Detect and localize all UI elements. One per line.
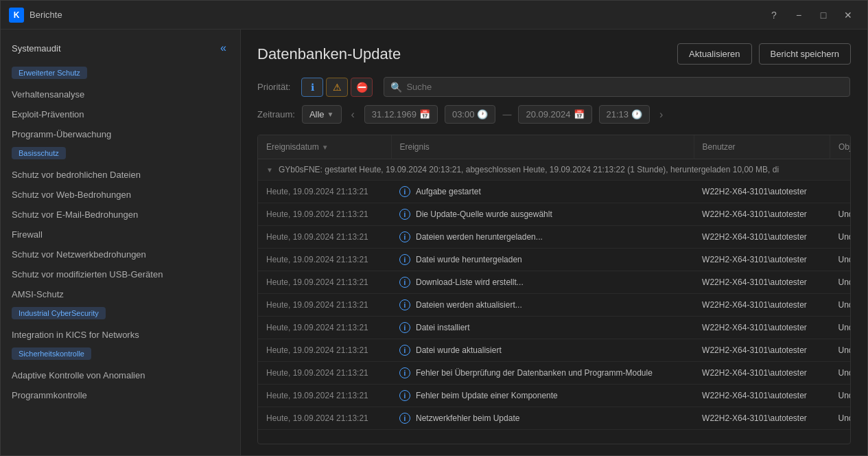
sidebar-item-verhaltensanalyse[interactable]: Verhaltensanalyse [1, 84, 240, 104]
maximize-button[interactable]: □ [812, 5, 834, 25]
cell-date-5: Heute, 19.09.2024 21:13:21 [258, 294, 391, 317]
table-row[interactable]: Heute, 19.09.2024 21:13:21 i Datei wurde… [258, 339, 850, 362]
main-layout: Systemaudit « Erweiterter Schutz Verhalt… [1, 30, 867, 455]
close-button[interactable]: ✕ [837, 5, 859, 25]
col-ereignisdatum[interactable]: Ereignisdatum ▼ [258, 135, 391, 159]
clock-icon-to: 🕐 [631, 109, 642, 119]
table-row[interactable]: Heute, 19.09.2024 21:13:21 i Datei insta… [258, 317, 850, 339]
cell-object-3: Uno1c [830, 249, 850, 271]
event-text-4: Download-Liste wird erstellt... [416, 277, 524, 287]
sidebar-item-netzwerkbedrohungen[interactable]: Schutz vor Netzwerkbedrohungen [1, 244, 240, 264]
zeitraum-label: Zeitraum: [257, 109, 295, 119]
table-row[interactable]: Heute, 19.09.2024 21:13:21 i Datei wurde… [258, 249, 850, 271]
cell-object-6: Uno1c [830, 317, 850, 339]
event-text-8: Fehler bei Überprüfung der Datenbanken u… [416, 368, 653, 378]
calendar-icon: 📅 [419, 109, 430, 119]
table-row[interactable]: Heute, 19.09.2024 21:13:21 i Netzwerkfeh… [258, 407, 850, 430]
cell-user-7: W22H2-X64-3101\autotester [694, 339, 830, 362]
header-buttons: Aktualisieren Bericht speichern [677, 43, 851, 65]
sidebar-item-programmkontrolle[interactable]: Programmkontrolle [1, 385, 240, 405]
badge-sicherheitskontrolle: Sicherheitskontrolle [12, 347, 91, 360]
date-to-field[interactable]: 20.09.2024 📅 [518, 105, 591, 124]
cell-object-4: Uno1c [830, 271, 850, 294]
event-text-6: Datei installiert [416, 323, 470, 332]
refresh-button[interactable]: Aktualisieren [677, 43, 751, 65]
table-scroll[interactable]: Ereignisdatum ▼ Ereignis Benutzer [258, 135, 850, 444]
sidebar-item-web-bedrohungen[interactable]: Schutz vor Web-Bedrohungen [1, 185, 240, 205]
col-objekt[interactable]: Objekt [830, 135, 850, 159]
search-input[interactable] [384, 77, 850, 97]
event-text-1: Die Update-Quelle wurde ausgewählt [416, 209, 552, 219]
priority-warning-button[interactable]: ⚠ [326, 78, 348, 97]
priority-info-button[interactable]: ℹ [301, 78, 323, 97]
table-row[interactable]: Heute, 19.09.2024 21:13:21 i Fehler beim… [258, 385, 850, 407]
priority-error-button[interactable]: ⛔ [351, 78, 373, 97]
sidebar-item-usb[interactable]: Schutz vor modifizierten USB-Geräten [1, 264, 240, 284]
calendar-icon-to: 📅 [574, 109, 585, 119]
app-logo: K [9, 8, 24, 23]
time-separator: — [502, 109, 511, 119]
save-report-button[interactable]: Bericht speichern [759, 43, 851, 65]
priority-buttons: ℹ ⚠ ⛔ [301, 78, 373, 97]
table-row[interactable]: Heute, 19.09.2024 21:13:21 i Aufgabe ges… [258, 181, 850, 203]
info-icon-5: i [399, 299, 410, 310]
cell-date-1: Heute, 19.09.2024 21:13:21 [258, 203, 391, 226]
cell-user-1: W22H2-X64-3101\autotester [694, 203, 830, 226]
app-title: Berichte [30, 10, 62, 20]
minimize-button[interactable]: − [788, 5, 810, 25]
cell-object-0 [830, 181, 850, 203]
page-title: Datenbanken-Update [257, 45, 401, 63]
date-to-value: 20.09.2024 [526, 109, 570, 119]
cell-date-6: Heute, 19.09.2024 21:13:21 [258, 317, 391, 339]
sidebar: Systemaudit « Erweiterter Schutz Verhalt… [1, 30, 241, 455]
table-row[interactable]: Heute, 19.09.2024 21:13:21 i Fehler bei … [258, 362, 850, 385]
time-from-value: 03:00 [452, 109, 475, 119]
time-from-field[interactable]: 03:00 🕐 [445, 105, 496, 124]
table-row[interactable]: Heute, 19.09.2024 21:13:21 i Die Update-… [258, 203, 850, 226]
time-prev-button[interactable]: ‹ [349, 107, 357, 122]
date-from-field[interactable]: 31.12.1969 📅 [364, 105, 438, 124]
col-ereignis[interactable]: Ereignis [391, 135, 694, 159]
table-group-row[interactable]: ▼ GYb0sFNE: gestartet Heute, 19.09.2024 … [258, 159, 850, 181]
cell-event-7: i Datei wurde aktualisiert [391, 339, 694, 362]
table-row[interactable]: Heute, 19.09.2024 21:13:21 i Dateien wer… [258, 226, 850, 249]
filters-row: Priorität: ℹ ⚠ ⛔ 🔍 [257, 77, 851, 97]
sidebar-system-audit[interactable]: Systemaudit [12, 43, 61, 54]
sidebar-item-adaptive[interactable]: Adaptive Kontrolle von Anomalien [1, 365, 240, 385]
date-from-value: 31.12.1969 [372, 109, 417, 119]
collapse-button[interactable]: « [218, 41, 229, 56]
cell-object-10: Uno1c [830, 407, 850, 430]
cell-user-6: W22H2-X64-3101\autotester [694, 317, 830, 339]
sidebar-item-firewall[interactable]: Firewall [1, 225, 240, 244]
badge-industrial: Industrial CyberSecurity [12, 307, 106, 319]
sidebar-top: Systemaudit « [1, 38, 240, 64]
zeitraum-dropdown[interactable]: Alle ▼ [302, 105, 342, 124]
time-row: Zeitraum: Alle ▼ ‹ 31.12.1969 📅 03:00 🕐 … [257, 105, 851, 124]
sidebar-item-kics[interactable]: Integration in KICS for Networks [1, 325, 240, 345]
sidebar-item-amsi[interactable]: AMSI-Schutz [1, 284, 240, 304]
sidebar-item-programm[interactable]: Programm-Überwachung [1, 124, 240, 144]
event-text-2: Dateien werden heruntergeladen... [416, 232, 543, 242]
sidebar-item-email-bedrohungen[interactable]: Schutz vor E-Mail-Bedrohungen [1, 205, 240, 225]
col-benutzer[interactable]: Benutzer [694, 135, 830, 159]
table-row[interactable]: Heute, 19.09.2024 21:13:21 i Download-Li… [258, 271, 850, 294]
search-icon: 🔍 [390, 82, 402, 93]
cell-event-9: i Fehler beim Update einer Komponente [391, 385, 694, 407]
cell-object-5: Uno1c [830, 294, 850, 317]
table-row[interactable]: Heute, 19.09.2024 21:13:21 i Dateien wer… [258, 294, 850, 317]
sidebar-item-bedrohliche-dateien[interactable]: Schutz vor bedrohlichen Dateien [1, 165, 240, 185]
cell-object-1: Uno1c [830, 203, 850, 226]
time-to-field[interactable]: 21:13 🕐 [599, 105, 650, 124]
group-row-text: GYb0sFNE: gestartet Heute, 19.09.2024 20… [279, 165, 779, 174]
search-box: 🔍 [384, 77, 850, 97]
help-button[interactable]: ? [763, 5, 785, 25]
info-icon-6: i [399, 322, 410, 333]
info-icon-1: i [399, 209, 410, 220]
cell-event-8: i Fehler bei Überprüfung der Datenbanken… [391, 362, 694, 385]
priority-label: Priorität: [257, 82, 290, 92]
app-window: K Berichte ? − □ ✕ Systemaudit « Erweite… [0, 0, 868, 456]
cell-date-3: Heute, 19.09.2024 21:13:21 [258, 249, 391, 271]
sidebar-item-exploit[interactable]: Exploit-Prävention [1, 104, 240, 124]
time-next-button[interactable]: › [657, 107, 666, 122]
info-icon-9: i [399, 390, 410, 401]
